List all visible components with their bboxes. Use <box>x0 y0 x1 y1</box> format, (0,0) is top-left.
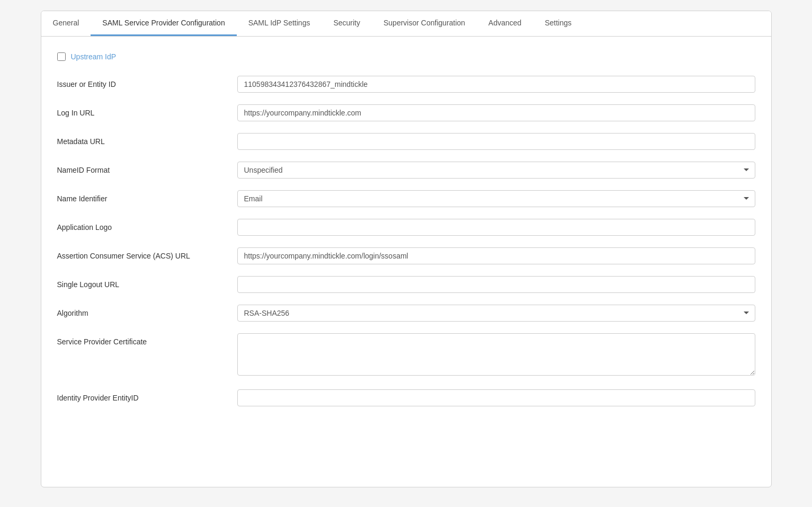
name-identifier-select-wrapper: Email Username EmployeeID <box>237 190 755 207</box>
upstream-idp-checkbox[interactable] <box>57 52 66 61</box>
tab-supervisor[interactable]: Supervisor Configuration <box>372 11 477 36</box>
identity-provider-entityid-label: Identity Provider EntityID <box>57 389 237 402</box>
upstream-idp-row: Upstream IdP <box>57 52 755 61</box>
single-logout-url-row: Single Logout URL <box>57 276 755 293</box>
single-logout-url-field <box>237 276 755 293</box>
tab-saml-idp[interactable]: SAML IdP Settings <box>237 11 322 36</box>
tab-security[interactable]: Security <box>322 11 372 36</box>
tab-general[interactable]: General <box>41 11 91 36</box>
nameid-format-select[interactable]: Unspecified Email Persistent Transient <box>237 162 755 179</box>
nameid-format-label: NameID Format <box>57 162 237 174</box>
service-provider-cert-row: Service Provider Certificate <box>57 333 755 378</box>
issuer-entity-id-row: Issuer or Entity ID <box>57 76 755 93</box>
algorithm-field: RSA-SHA256 RSA-SHA1 RSA-SHA512 <box>237 305 755 322</box>
name-identifier-field: Email Username EmployeeID <box>237 190 755 207</box>
application-logo-field <box>237 219 755 236</box>
single-logout-url-input[interactable] <box>237 276 755 293</box>
name-identifier-label: Name Identifier <box>57 190 237 203</box>
identity-provider-entityid-field <box>237 389 755 406</box>
issuer-entity-id-label: Issuer or Entity ID <box>57 76 237 88</box>
nameid-format-field: Unspecified Email Persistent Transient <box>237 162 755 179</box>
name-identifier-row: Name Identifier Email Username EmployeeI… <box>57 190 755 207</box>
name-identifier-select[interactable]: Email Username EmployeeID <box>237 190 755 207</box>
algorithm-select-wrapper: RSA-SHA256 RSA-SHA1 RSA-SHA512 <box>237 305 755 322</box>
metadata-url-field <box>237 133 755 150</box>
nameid-format-select-wrapper: Unspecified Email Persistent Transient <box>237 162 755 179</box>
single-logout-url-label: Single Logout URL <box>57 276 237 289</box>
metadata-url-input[interactable] <box>237 133 755 150</box>
identity-provider-entityid-input[interactable] <box>237 389 755 406</box>
upstream-idp-label[interactable]: Upstream IdP <box>71 52 117 61</box>
acs-url-label: Assertion Consumer Service (ACS) URL <box>57 247 237 260</box>
acs-url-row: Assertion Consumer Service (ACS) URL <box>57 247 755 264</box>
application-logo-row: Application Logo <box>57 219 755 236</box>
algorithm-row: Algorithm RSA-SHA256 RSA-SHA1 RSA-SHA512 <box>57 305 755 322</box>
application-logo-input[interactable] <box>237 219 755 236</box>
identity-provider-entityid-row: Identity Provider EntityID <box>57 389 755 406</box>
metadata-url-row: Metadata URL <box>57 133 755 150</box>
acs-url-input[interactable] <box>237 247 755 264</box>
issuer-entity-id-input[interactable] <box>237 76 755 93</box>
application-logo-label: Application Logo <box>57 219 237 232</box>
tab-advanced[interactable]: Advanced <box>477 11 533 36</box>
nameid-format-row: NameID Format Unspecified Email Persiste… <box>57 162 755 179</box>
algorithm-select[interactable]: RSA-SHA256 RSA-SHA1 RSA-SHA512 <box>237 305 755 322</box>
log-in-url-row: Log In URL <box>57 104 755 121</box>
issuer-entity-id-field <box>237 76 755 93</box>
form-content: Upstream IdP Issuer or Entity ID Log In … <box>41 37 771 439</box>
tab-settings[interactable]: Settings <box>533 11 583 36</box>
service-provider-cert-field <box>237 333 755 378</box>
algorithm-label: Algorithm <box>57 305 237 317</box>
service-provider-cert-label: Service Provider Certificate <box>57 333 237 346</box>
acs-url-field <box>237 247 755 264</box>
log-in-url-input[interactable] <box>237 104 755 121</box>
tab-saml-sp[interactable]: SAML Service Provider Configuration <box>91 11 236 36</box>
log-in-url-label: Log In URL <box>57 104 237 117</box>
service-provider-cert-textarea[interactable] <box>237 333 755 376</box>
tab-bar: General SAML Service Provider Configurat… <box>41 11 771 37</box>
log-in-url-field <box>237 104 755 121</box>
metadata-url-label: Metadata URL <box>57 133 237 146</box>
main-container: General SAML Service Provider Configurat… <box>41 11 772 487</box>
